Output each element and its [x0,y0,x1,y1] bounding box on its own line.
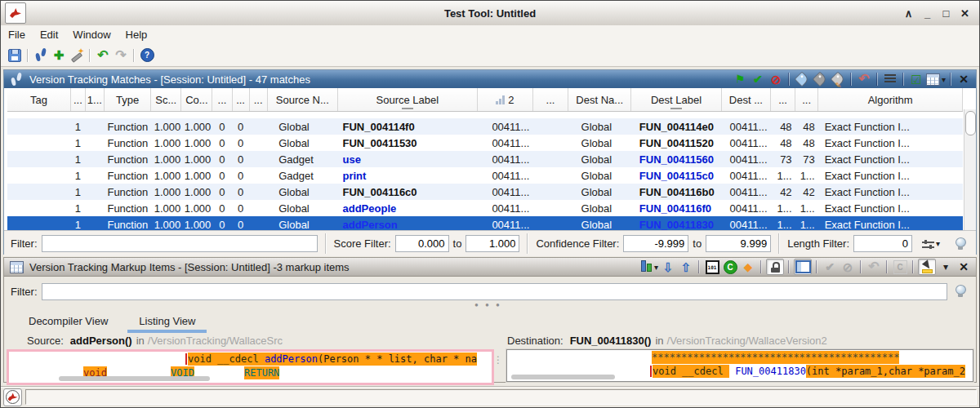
score-to-input[interactable] [466,235,519,252]
markup-title: Version Tracking Markup Items - [Session… [29,261,639,273]
column-header-dots2[interactable]: ... [212,88,232,112]
column-header-score[interactable]: Sc... [151,88,181,112]
table-row[interactable]: 1Function1.0001.00000GlobalFUN_004116c00… [7,184,963,200]
cell-source-label: use [338,151,478,167]
score-from-input[interactable] [395,235,449,252]
ghidra-logo-button[interactable] [3,388,22,406]
cell-dots4 [249,151,267,167]
dropdown-caret-icon[interactable]: ▾ [938,259,954,275]
matches-filter-input[interactable] [42,235,318,252]
cell-len2: 1... [795,167,818,184]
filter-options-icon[interactable]: ▾ [922,236,940,252]
add-to-session-icon[interactable]: ✚ [51,47,67,64]
cell-dots5 [532,167,568,184]
column-header-len2[interactable]: ... [795,88,818,112]
confidence-to-input[interactable] [706,235,771,252]
filter-label: Filter: [11,237,38,250]
close-button[interactable]: ✕ [956,7,974,20]
wand-icon[interactable] [69,47,85,64]
apply-markup-icon[interactable]: ✔ [822,259,838,275]
binary-icon[interactable]: 101 [704,259,720,275]
column-header-algorithm[interactable]: Algorithm [818,88,963,112]
scrollbar-thumb[interactable] [965,111,976,135]
filter-bulb-icon[interactable] [952,236,969,252]
listing-splitter-handle[interactable] [493,354,503,366]
table-row[interactable]: 1Function1.0001.00000Gadgetprint00411...… [7,167,963,184]
help-icon[interactable]: ? [139,47,155,64]
maximize-button[interactable]: □ [937,7,956,20]
save-icon[interactable] [7,47,23,64]
reject-match-icon[interactable]: ⊘ [768,71,784,87]
table-row[interactable]: 1Function1.0001.00000GlobaladdPerson0041… [7,216,963,230]
column-header-source-namespace[interactable]: Source N... [267,88,337,112]
cell-dest-address: 00411... [721,151,770,167]
tag-edit-icon[interactable] [830,71,846,87]
destination-listing-panel[interactable]: ****************************************… [506,349,973,382]
undo-match-icon[interactable]: ↶ [856,71,872,87]
c-source-icon[interactable]: C [722,259,738,275]
divider [527,233,528,254]
cell-dest-label: FUN_004116b0 [631,184,721,200]
apply-markup-next-icon[interactable]: ⇩ [660,259,676,275]
column-header-source-address[interactable]: 2 [477,88,532,112]
filter-bulb-icon[interactable] [952,283,969,299]
column-header-dots5[interactable]: ... [532,88,568,112]
column-header-dest-address[interactable]: Dest ... [721,88,770,112]
column-header-source-label[interactable]: Source Label [338,88,478,112]
column-header-dots3[interactable]: ... [232,88,249,112]
menu-help[interactable]: Help [118,27,155,42]
menu-edit[interactable]: Edit [33,27,65,42]
undo-icon[interactable]: ↶ [95,47,111,64]
footprints-icon[interactable] [33,47,49,64]
close-panel-icon[interactable]: ✕ [956,71,972,87]
column-header-dots4[interactable]: ... [249,88,267,112]
table-row[interactable]: 1Function1.0001.00000GlobalFUN_004115300… [7,135,963,151]
splitter-handle[interactable] [474,301,502,308]
dual-pane-icon[interactable] [794,259,812,275]
flag-icon[interactable]: ⚑ [732,71,748,87]
markup-filter-input[interactable] [42,283,948,300]
c-gray-icon[interactable]: C [892,259,908,275]
apply-markup-prev-icon[interactable]: ⇧ [678,259,694,275]
horizontal-scrollbar-thumb[interactable] [511,375,615,379]
undo-markup-icon[interactable]: ↶ [866,259,882,275]
cursor-highlight-icon[interactable] [918,259,936,275]
length-filter-input[interactable] [853,235,912,252]
table-row[interactable]: 1Function1.0001.00000Gadgetuse00411...Gl… [7,151,963,167]
tab-listing-view[interactable]: Listing View [139,315,195,327]
table-row[interactable]: 1Function1.0001.00000GlobalFUN_004114f00… [7,118,963,135]
close-panel-icon[interactable]: ✕ [956,259,972,275]
column-header-dest-label[interactable]: Dest Label [631,88,721,112]
redo-icon[interactable]: ↷ [113,47,129,64]
column-header-dest-namespace[interactable]: Dest Na... [568,88,631,112]
source-listing-panel[interactable]: void __cdecl addPerson(Person * * list, … [7,349,494,385]
toolbar-separator [27,49,29,62]
column-header-len1[interactable]: ... [771,88,795,112]
menu-window[interactable]: Window [65,27,118,42]
markup-status-icon[interactable]: ▾ [640,259,658,275]
horizontal-scrollbar-thumb[interactable] [59,376,210,381]
dont-apply-markup-icon[interactable]: ⊘ [840,259,856,275]
select-rows-icon[interactable]: ☑ [908,71,924,87]
tag-gray-icon[interactable] [812,71,828,87]
column-header-tag[interactable]: Tag [7,88,70,112]
menu-file[interactable]: File [1,27,33,42]
diamond-icon[interactable]: ◆ [740,259,756,275]
accept-match-icon[interactable]: ✔ [750,71,766,87]
column-header-confidence[interactable]: Co... [181,88,212,112]
shade-button[interactable]: ∧ [899,7,918,20]
vertical-scrollbar[interactable] [964,109,976,230]
table-options-icon[interactable]: ▾ [926,71,946,87]
confidence-from-input[interactable] [623,235,688,252]
tab-decompiler-view[interactable]: Decompiler View [29,315,108,327]
table-menu-icon[interactable] [882,71,898,87]
lock-icon[interactable] [766,259,784,275]
column-header-one[interactable]: 1... [85,88,104,112]
tag-icon[interactable] [794,71,810,87]
table-row[interactable]: 1Function1.0001.00000GlobaladdPeople0041… [7,200,963,216]
source-function-name: addPerson() [70,335,132,347]
cell-dots1: 1 [70,216,85,230]
column-header-dots1[interactable]: ... [70,88,85,112]
minimize-button[interactable]: _ [918,7,937,20]
column-header-type[interactable]: Type [104,88,150,112]
